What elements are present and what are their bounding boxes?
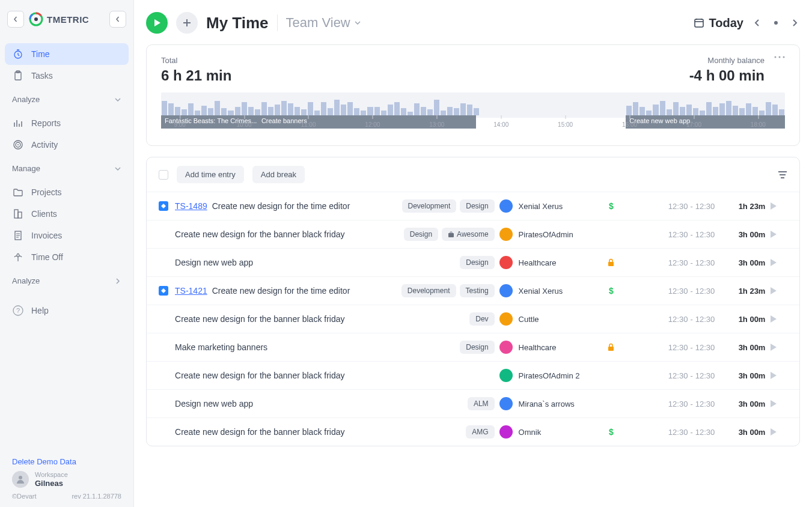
sidebar-item-label: Clients bbox=[31, 209, 57, 219]
sort-button[interactable] bbox=[778, 171, 787, 179]
sidebar-item-activity[interactable]: Activity bbox=[5, 134, 129, 156]
entry-end: 12:30 bbox=[695, 315, 715, 324]
resume-entry-button[interactable] bbox=[770, 428, 787, 436]
time-entry-row[interactable]: Design new web app ALM Mirana`s arrows 1… bbox=[147, 389, 799, 417]
tag[interactable]: Awesome bbox=[442, 228, 494, 241]
entry-start: 12:30 bbox=[668, 343, 688, 352]
resume-entry-button[interactable] bbox=[770, 202, 787, 210]
date-today-button[interactable] bbox=[771, 18, 781, 28]
date-picker-button[interactable]: Today bbox=[694, 16, 743, 30]
sidebar-section-manage[interactable]: Manage bbox=[0, 156, 133, 177]
timeline-tick: 13:00 bbox=[429, 121, 444, 128]
resume-entry-button[interactable] bbox=[770, 230, 787, 238]
sidebar-item-reports[interactable]: Reports bbox=[5, 112, 129, 134]
entry-task-name: Design new web app bbox=[175, 399, 253, 408]
time-entry-row[interactable]: Create new design for the banner black f… bbox=[147, 417, 799, 446]
copyright: ©Devart bbox=[12, 493, 37, 500]
tag[interactable]: Design bbox=[404, 228, 438, 241]
add-time-entry-button[interactable]: Add time entry bbox=[177, 166, 244, 183]
timeline[interactable]: Fantastic Beasts: The Crimes...Create ba… bbox=[161, 93, 785, 135]
logo[interactable]: TMETRIC bbox=[29, 12, 105, 26]
sidebar-item-time-off[interactable]: Time Off bbox=[5, 246, 129, 268]
play-icon bbox=[770, 399, 777, 408]
svg-rect-21 bbox=[448, 233, 454, 237]
add-break-button[interactable]: Add break bbox=[252, 166, 305, 183]
sidebar-item-invoices[interactable]: Invoices bbox=[5, 225, 129, 246]
resume-entry-button[interactable] bbox=[770, 343, 787, 351]
sidebar-section-analyze[interactable]: Analyze bbox=[0, 87, 133, 108]
time-entry-row[interactable]: Create new design for the banner black f… bbox=[147, 305, 799, 333]
workspace-avatar[interactable] bbox=[12, 471, 29, 488]
select-all-checkbox[interactable] bbox=[159, 170, 168, 180]
resume-entry-button[interactable] bbox=[770, 399, 787, 408]
project-name: PiratesOfAdmin bbox=[519, 230, 573, 239]
timeline-tick: 16:00 bbox=[622, 121, 637, 128]
logo-text: TMETRIC bbox=[47, 14, 89, 25]
time-entry-row[interactable]: Create new design for the banner black f… bbox=[147, 361, 799, 389]
entry-start: 12:30 bbox=[668, 315, 688, 324]
date-next-button[interactable] bbox=[789, 16, 800, 29]
project-name: Healthcare bbox=[519, 343, 557, 352]
entry-duration: 1h 23m bbox=[719, 202, 765, 211]
svg-point-18 bbox=[783, 56, 785, 58]
resume-entry-button[interactable] bbox=[770, 371, 787, 380]
section-title: Analyze bbox=[12, 276, 40, 285]
svg-text:?: ? bbox=[16, 307, 20, 314]
tag[interactable]: Development bbox=[402, 199, 457, 213]
page-title: My Time bbox=[206, 14, 269, 32]
sidebar-item-help[interactable]: ? Help bbox=[5, 300, 129, 321]
date-prev-button[interactable] bbox=[752, 16, 763, 29]
chevron-icon bbox=[114, 278, 121, 285]
tag[interactable]: Testing bbox=[460, 284, 495, 297]
svg-rect-3 bbox=[15, 72, 21, 80]
jira-icon bbox=[159, 201, 168, 211]
tag[interactable]: Dev bbox=[469, 312, 494, 326]
back-button[interactable] bbox=[7, 11, 24, 28]
time-entry-row[interactable]: Design new web app Design Healthcare 12:… bbox=[147, 248, 799, 276]
total-value: 6 h 21 min bbox=[161, 67, 231, 84]
sidebar-section-analyze[interactable]: Analyze bbox=[0, 268, 133, 289]
sidebar-item-projects[interactable]: Projects bbox=[5, 181, 129, 203]
task-id-link[interactable]: TS-1421 bbox=[175, 286, 207, 296]
entry-duration: 1h 00m bbox=[719, 315, 765, 324]
chevron-left-icon bbox=[115, 16, 121, 22]
lock-icon bbox=[607, 258, 615, 267]
start-timer-button[interactable] bbox=[146, 12, 168, 34]
sidebar-item-clients[interactable]: Clients bbox=[5, 203, 129, 225]
team-view-dropdown[interactable]: Team View bbox=[286, 15, 361, 31]
entry-end: 12:30 bbox=[695, 371, 715, 380]
resume-entry-button[interactable] bbox=[770, 258, 787, 267]
project-color-dot bbox=[499, 425, 513, 439]
sidebar-item-tasks[interactable]: Tasks bbox=[5, 65, 129, 87]
tag[interactable]: Development bbox=[401, 284, 456, 297]
team-view-label: Team View bbox=[286, 15, 350, 31]
delete-demo-data-link[interactable]: Delete Demo Data bbox=[12, 457, 121, 466]
sidebar-item-time[interactable]: Time bbox=[5, 43, 129, 65]
time-entry-row[interactable]: Make marketing banners Design Healthcare… bbox=[147, 333, 799, 361]
section-title: Manage bbox=[12, 164, 40, 173]
tag[interactable]: Design bbox=[460, 199, 494, 213]
collapse-sidebar-button[interactable] bbox=[109, 11, 126, 28]
task-id-link[interactable]: TS-1489 bbox=[175, 201, 207, 211]
sidebar-item-label: Activity bbox=[31, 140, 58, 150]
entry-end: 12:30 bbox=[695, 399, 715, 408]
balance-label: Monthly balance bbox=[689, 56, 765, 65]
tag[interactable]: Design bbox=[460, 341, 494, 354]
tag[interactable]: AMG bbox=[466, 425, 494, 439]
timeline-tick: 18:00 bbox=[751, 121, 766, 128]
help-icon: ? bbox=[12, 305, 24, 317]
add-button[interactable] bbox=[176, 12, 198, 34]
resume-entry-button[interactable] bbox=[770, 315, 787, 323]
project-color-dot bbox=[499, 312, 513, 326]
time-entry-row[interactable]: Create new design for the banner black f… bbox=[147, 220, 799, 248]
tag[interactable]: ALM bbox=[468, 397, 495, 410]
tag[interactable]: Design bbox=[460, 256, 494, 269]
bars-icon bbox=[12, 117, 24, 129]
dollar-icon: $ bbox=[607, 202, 615, 210]
svg-point-7 bbox=[17, 144, 19, 145]
time-entry-row[interactable]: TS-1421Create new design for the time ed… bbox=[147, 276, 799, 305]
time-entry-row[interactable]: TS-1489Create new design for the time ed… bbox=[147, 192, 799, 220]
summary-more-button[interactable] bbox=[774, 56, 785, 58]
svg-point-15 bbox=[774, 21, 778, 25]
resume-entry-button[interactable] bbox=[770, 287, 787, 295]
